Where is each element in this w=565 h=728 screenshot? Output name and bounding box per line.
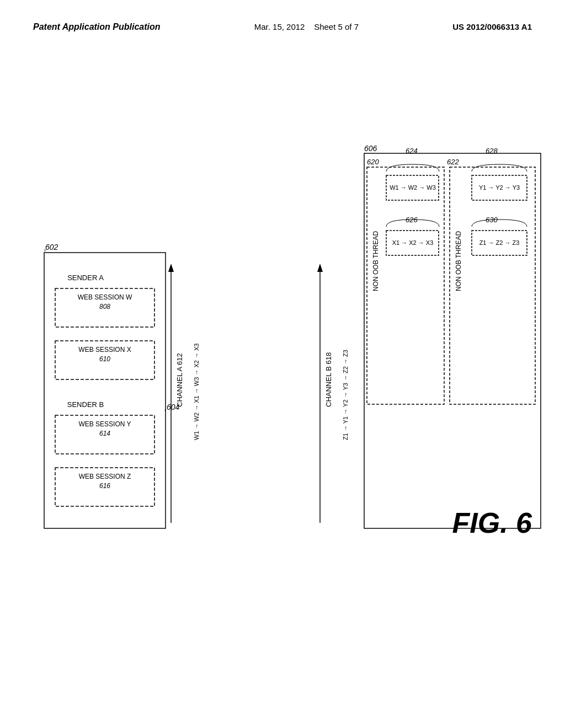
- publication-date-sheet: Mar. 15, 2012 Sheet 5 of 7: [254, 22, 359, 31]
- svg-text:614: 614: [99, 430, 110, 437]
- svg-text:NON OOB THREAD: NON OOB THREAD: [372, 231, 380, 291]
- sheet-info: Sheet 5 of 7: [314, 22, 359, 31]
- svg-text:Z1 → Y1 → Y2 → Y3 → Z2 → Z3: Z1 → Y1 → Y2 → Y3 → Z2 → Z3: [342, 350, 349, 440]
- svg-text:WEB SESSION Y: WEB SESSION Y: [78, 420, 131, 428]
- page-header: Patent Application Publication Mar. 15, …: [0, 0, 565, 43]
- svg-text:SENDER A: SENDER A: [67, 274, 104, 282]
- svg-text:X1 → X2 → X3: X1 → X2 → X3: [392, 239, 434, 246]
- svg-text:624: 624: [406, 147, 418, 155]
- svg-text:Y1 → Y2 → Y3: Y1 → Y2 → Y3: [479, 184, 520, 191]
- svg-text:622: 622: [447, 158, 459, 166]
- svg-text:WEB SESSION X: WEB SESSION X: [78, 346, 131, 354]
- svg-text:WEB SESSION W: WEB SESSION W: [78, 293, 132, 301]
- publication-date: Mar. 15, 2012: [254, 22, 305, 31]
- svg-text:SENDER B: SENDER B: [67, 400, 104, 409]
- svg-marker-18: [168, 264, 174, 272]
- svg-rect-37: [450, 167, 535, 404]
- svg-text:WEB SESSION Z: WEB SESSION Z: [79, 473, 131, 480]
- svg-text:606: 606: [364, 144, 377, 153]
- svg-text:W1 → W2 → W3: W1 → W2 → W3: [390, 184, 436, 191]
- svg-text:Z1 → Z2 → Z3: Z1 → Z2 → Z3: [479, 239, 520, 246]
- svg-text:616: 616: [99, 482, 110, 490]
- diagram-area: 602 SENDER A WEB SESSION W 808 WEB SESSI…: [0, 43, 565, 694]
- svg-text:W1 → W2 → X1 → W3 → X2 → X3: W1 → W2 → X1 → W3 → X2 → X3: [193, 344, 200, 440]
- svg-rect-25: [364, 153, 541, 528]
- svg-text:808: 808: [99, 303, 110, 311]
- svg-text:610: 610: [99, 355, 110, 363]
- svg-text:602: 602: [45, 243, 58, 251]
- publication-title: Patent Application Publication: [33, 22, 161, 32]
- svg-text:620: 620: [367, 158, 379, 166]
- svg-text:CHANNEL A 612: CHANNEL A 612: [175, 353, 184, 407]
- svg-text:CHANNEL B 618: CHANNEL B 618: [324, 352, 333, 407]
- diagram-svg: 602 SENDER A WEB SESSION W 808 WEB SESSI…: [0, 43, 565, 694]
- svg-marker-22: [317, 264, 323, 272]
- publication-number: US 2012/0066313 A1: [452, 22, 532, 31]
- svg-text:NON OOB THREAD: NON OOB THREAD: [455, 231, 462, 291]
- figure-label: FIG. 6: [452, 506, 532, 539]
- svg-text:628: 628: [486, 147, 498, 155]
